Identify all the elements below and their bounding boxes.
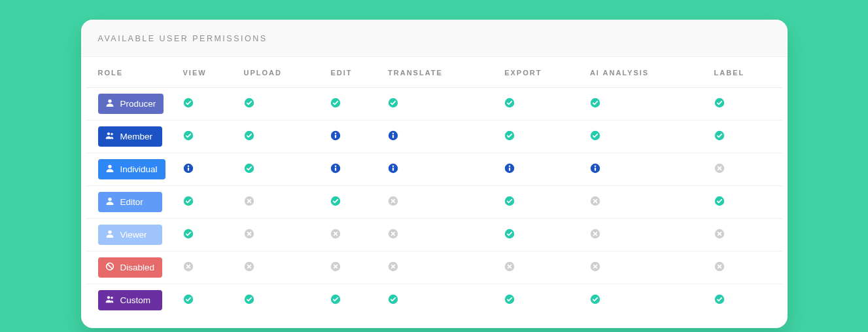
perm-cell bbox=[325, 284, 383, 317]
svg-point-16 bbox=[392, 132, 394, 134]
check-circle-icon bbox=[330, 99, 341, 110]
svg-point-8 bbox=[107, 132, 109, 135]
svg-point-13 bbox=[335, 132, 337, 134]
perm-cell bbox=[709, 186, 782, 219]
role-label: Member bbox=[120, 132, 153, 141]
x-circle-icon bbox=[714, 164, 725, 175]
info-circle-icon bbox=[504, 164, 515, 175]
svg-point-65 bbox=[111, 297, 113, 299]
perm-cell bbox=[239, 219, 326, 251]
role-label: Custom bbox=[120, 295, 151, 305]
check-circle-icon bbox=[590, 132, 600, 143]
x-circle-icon bbox=[244, 197, 254, 208]
role-row-viewer: Viewer bbox=[86, 219, 782, 251]
svg-point-33 bbox=[509, 165, 511, 167]
role-badge-editor[interactable]: Editor bbox=[98, 192, 162, 212]
role-badge-member[interactable]: Member bbox=[98, 126, 162, 147]
svg-point-64 bbox=[107, 296, 109, 299]
check-circle-icon bbox=[183, 132, 194, 143]
perm-cell bbox=[325, 153, 383, 186]
role-label: Individual bbox=[120, 164, 158, 174]
check-circle-icon bbox=[504, 132, 515, 143]
person-icon bbox=[105, 229, 115, 241]
perm-cell bbox=[709, 153, 782, 186]
x-circle-icon bbox=[504, 263, 515, 274]
x-circle-icon bbox=[330, 230, 341, 241]
col-ai-analysis: AI ANALYSIS bbox=[585, 57, 709, 88]
svg-point-36 bbox=[595, 165, 597, 167]
role-row-individual: Individual bbox=[86, 153, 782, 186]
role-label: Disabled bbox=[120, 263, 155, 272]
x-circle-icon bbox=[388, 230, 398, 241]
info-circle-icon bbox=[388, 164, 398, 175]
perm-cell bbox=[585, 284, 709, 317]
perm-cell bbox=[383, 251, 499, 284]
role-badge-viewer[interactable]: Viewer bbox=[98, 225, 162, 245]
perm-cell bbox=[499, 186, 585, 219]
x-circle-icon bbox=[590, 263, 600, 274]
role-badge-individual[interactable]: Individual bbox=[98, 159, 165, 179]
role-cell: Disabled bbox=[86, 251, 178, 284]
check-circle-icon bbox=[504, 230, 515, 241]
perm-cell bbox=[178, 153, 239, 186]
check-circle-icon bbox=[504, 99, 515, 110]
role-cell: Producer bbox=[86, 88, 178, 120]
perm-cell bbox=[383, 153, 499, 186]
check-circle-icon bbox=[388, 295, 398, 306]
role-cell: Custom bbox=[86, 284, 178, 317]
perm-cell bbox=[239, 251, 326, 284]
x-circle-icon bbox=[714, 230, 725, 241]
person-icon bbox=[105, 98, 115, 110]
person-icon bbox=[105, 163, 115, 175]
perm-cell bbox=[325, 186, 383, 219]
card-header: AVAILABLE USER PERMISSIONS bbox=[81, 20, 788, 57]
perm-cell bbox=[499, 284, 585, 317]
x-circle-icon bbox=[244, 263, 254, 274]
role-cell: Individual bbox=[86, 153, 178, 186]
info-circle-icon bbox=[330, 132, 341, 143]
perm-cell bbox=[325, 120, 383, 153]
x-circle-icon bbox=[388, 197, 398, 208]
perm-cell bbox=[709, 219, 782, 251]
check-circle-icon bbox=[714, 132, 725, 143]
svg-point-23 bbox=[187, 165, 189, 167]
check-circle-icon bbox=[388, 99, 398, 110]
perm-cell bbox=[325, 251, 383, 284]
person-icon bbox=[105, 196, 115, 208]
role-badge-custom[interactable]: Custom bbox=[98, 290, 162, 310]
perm-cell bbox=[585, 153, 709, 186]
x-circle-icon bbox=[590, 197, 600, 208]
perm-cell bbox=[383, 186, 499, 219]
role-row-member: Member bbox=[86, 120, 782, 153]
check-circle-icon bbox=[714, 197, 725, 208]
check-circle-icon bbox=[183, 295, 194, 306]
role-row-editor: Editor bbox=[86, 186, 782, 219]
check-circle-icon bbox=[244, 132, 254, 143]
svg-point-27 bbox=[335, 165, 337, 167]
x-circle-icon bbox=[590, 230, 600, 241]
people-icon bbox=[105, 130, 115, 143]
role-badge-disabled[interactable]: Disabled bbox=[98, 257, 163, 278]
svg-rect-14 bbox=[335, 134, 336, 138]
info-circle-icon bbox=[183, 164, 194, 175]
check-circle-icon bbox=[244, 295, 254, 306]
svg-point-21 bbox=[108, 165, 111, 168]
perm-cell bbox=[709, 88, 782, 120]
perm-cell bbox=[325, 88, 383, 120]
perm-cell bbox=[499, 219, 585, 251]
svg-rect-31 bbox=[392, 167, 394, 170]
perm-cell bbox=[499, 120, 585, 153]
role-row-custom: Custom bbox=[86, 284, 782, 317]
col-upload: UPLOAD bbox=[239, 57, 326, 88]
perm-cell bbox=[585, 120, 709, 153]
perm-cell bbox=[383, 284, 499, 317]
check-circle-icon bbox=[504, 295, 515, 306]
perm-cell bbox=[178, 120, 239, 153]
check-circle-icon bbox=[183, 99, 194, 110]
role-badge-producer[interactable]: Producer bbox=[98, 94, 164, 114]
check-circle-icon bbox=[183, 230, 194, 241]
role-row-disabled: Disabled bbox=[86, 251, 782, 284]
role-label: Editor bbox=[120, 197, 143, 207]
svg-point-0 bbox=[108, 100, 111, 103]
svg-point-39 bbox=[108, 198, 111, 201]
